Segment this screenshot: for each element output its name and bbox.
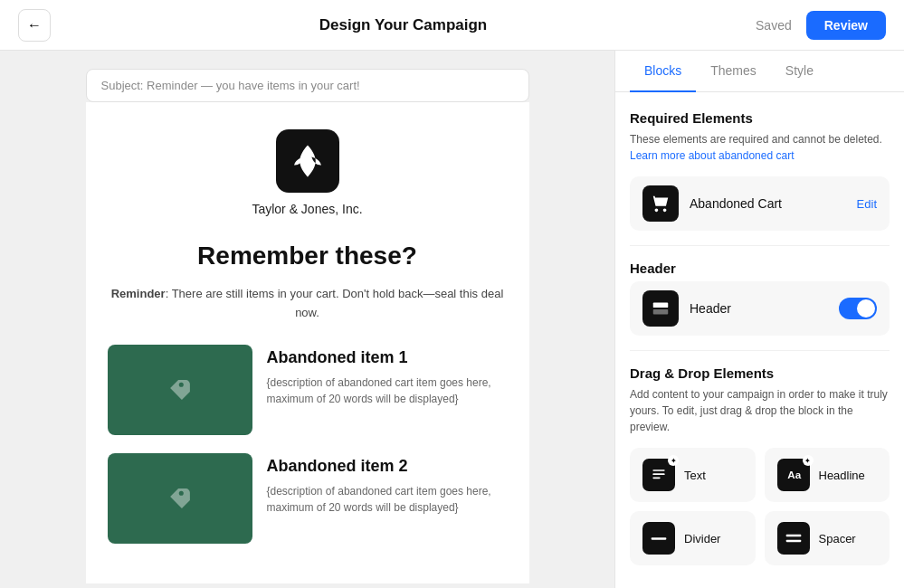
required-desc-text: These elements are required and cannot b…: [630, 133, 882, 146]
page-title: Design Your Campaign: [319, 16, 487, 34]
svg-rect-6: [652, 537, 667, 540]
sparkle-icon-2: ✦: [803, 455, 814, 466]
dnd-text-label: Text: [684, 469, 706, 482]
spacer-svg-icon: [785, 529, 803, 547]
headline-icon: Aa ✦: [777, 459, 810, 491]
svg-rect-8: [785, 540, 801, 543]
abandoned-cart-label: Abandoned Cart: [690, 196, 846, 211]
cart-item-info-2: Abandoned item 2 {description of abandon…: [267, 453, 508, 516]
panel-content: Required Elements These elements are req…: [615, 92, 904, 583]
dnd-spacer-block[interactable]: Spacer: [765, 511, 890, 565]
header-block-icon: [651, 299, 671, 318]
cart-item-title-2: Abandoned item 2: [267, 457, 508, 476]
subject-bar: Subject: Reminder — you have items in yo…: [86, 69, 529, 102]
subject-label: Subject:: [101, 79, 144, 92]
required-elements-title: Required Elements: [630, 110, 890, 126]
cart-item-title-1: Abandoned item 1: [267, 348, 508, 367]
dnd-grid: ✦ Text Aa ✦ Headline: [630, 448, 890, 565]
svg-rect-1: [653, 309, 669, 315]
header-section-title: Header: [630, 261, 890, 276]
cart-item-image-2: [108, 453, 252, 544]
dnd-headline-label: Headline: [819, 469, 865, 482]
cart-item-image-1: [108, 345, 252, 435]
svg-rect-7: [785, 535, 801, 537]
dnd-section-title: Drag & Drop Elements: [630, 365, 890, 381]
cart-item: Abandoned item 1 {description of abandon…: [108, 345, 508, 435]
abandoned-cart-block: Abandoned Cart Edit: [630, 176, 890, 231]
text-icon: ✦: [642, 459, 675, 491]
cart-tag-icon-2: [166, 484, 195, 513]
dnd-divider-block[interactable]: Divider: [630, 511, 756, 565]
sparkle-icon: ✦: [668, 455, 679, 466]
brand-logo: [276, 129, 339, 193]
dnd-headline-block[interactable]: Aa ✦ Headline: [765, 448, 890, 502]
right-panel: Blocks Themes Style Required Elements Th…: [614, 51, 904, 588]
svg-rect-3: [652, 473, 664, 475]
svg-rect-4: [652, 478, 660, 479]
logo-icon: [288, 141, 328, 181]
subject-value: Reminder — you have items in your cart!: [147, 79, 360, 92]
brand-name: Taylor & Jones, Inc.: [252, 202, 362, 216]
review-button[interactable]: Review: [806, 11, 886, 40]
email-preview: Subject: Reminder — you have items in yo…: [0, 51, 614, 588]
divider-svg-icon: [650, 529, 668, 547]
back-button[interactable]: ←: [18, 9, 51, 42]
header-icon: [642, 290, 679, 327]
tabs: Blocks Themes Style: [615, 51, 904, 92]
cart-tag-icon: [166, 375, 195, 404]
text-svg-icon: [650, 466, 668, 484]
header-block: Header: [630, 281, 890, 336]
spacer-icon: [777, 522, 810, 555]
main-area: Subject: Reminder — you have items in yo…: [0, 51, 904, 588]
tab-themes[interactable]: Themes: [696, 51, 771, 92]
topbar-left: ←: [18, 9, 51, 42]
toggle-knob: [857, 299, 875, 318]
email-subtext: Reminder: There are still items in your …: [108, 285, 508, 323]
section-divider-2: [630, 350, 890, 351]
dnd-divider-label: Divider: [684, 532, 720, 545]
dnd-spacer-label: Spacer: [819, 532, 856, 545]
cart-item-desc-1: {description of abandoned cart item goes…: [267, 375, 508, 407]
abandoned-cart-edit[interactable]: Edit: [857, 197, 877, 211]
cart-icon: [651, 194, 671, 213]
subtext-strong: Reminder: [111, 287, 166, 300]
required-elements-desc: These elements are required and cannot b…: [630, 131, 890, 164]
email-headline: Remember these?: [197, 242, 417, 270]
tab-blocks[interactable]: Blocks: [630, 51, 696, 92]
section-divider: [630, 245, 890, 246]
cart-item-info-1: Abandoned item 1 {description of abandon…: [267, 345, 508, 407]
saved-status: Saved: [756, 18, 792, 33]
headline-svg-icon: Aa: [785, 466, 803, 484]
topbar: ← Design Your Campaign Saved Review: [0, 0, 904, 51]
header-toggle[interactable]: [839, 298, 877, 319]
header-label: Header: [690, 301, 828, 316]
dnd-section-desc: Add content to your campaign in order to…: [630, 386, 890, 435]
dnd-text-block[interactable]: ✦ Text: [630, 448, 756, 502]
learn-more-link[interactable]: Learn more about abandoned cart: [630, 149, 794, 162]
topbar-right: Saved Review: [756, 11, 886, 40]
email-body: Taylor & Jones, Inc. Remember these? Rem…: [86, 102, 529, 583]
cart-item: Abandoned item 2 {description of abandon…: [108, 453, 508, 544]
cart-item-desc-2: {description of abandoned cart item goes…: [267, 483, 508, 516]
svg-rect-2: [652, 469, 664, 471]
subtext-rest: : There are still items in your cart. Do…: [166, 287, 504, 319]
abandoned-cart-icon: [642, 185, 679, 222]
tab-style[interactable]: Style: [771, 51, 828, 92]
svg-text:Aa: Aa: [787, 469, 801, 480]
svg-rect-0: [653, 303, 669, 308]
divider-icon: [642, 522, 675, 555]
